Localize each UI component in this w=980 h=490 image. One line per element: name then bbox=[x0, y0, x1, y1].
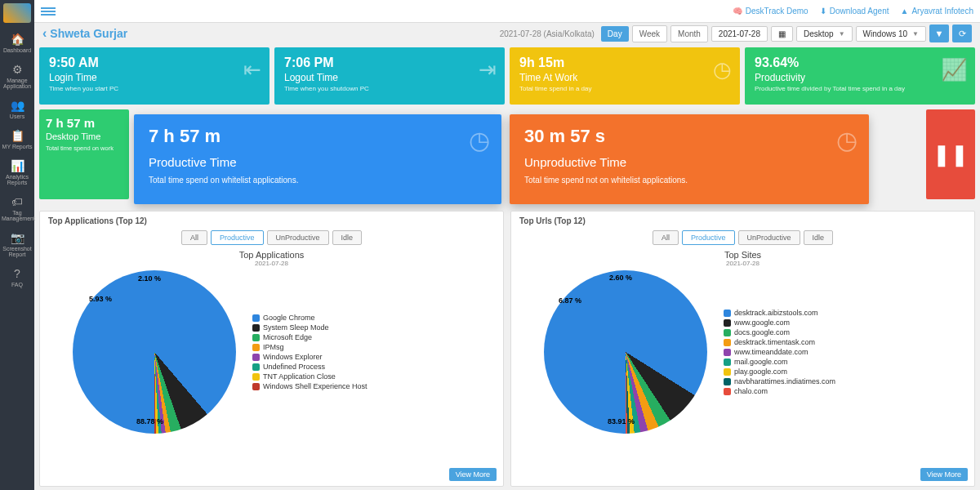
view-day-button[interactable]: Day bbox=[601, 26, 629, 42]
sidebar-item-tag-management[interactable]: 🏷Tag Management bbox=[0, 190, 34, 226]
pie-slice-label: 2.60 % bbox=[609, 274, 632, 282]
legend-item: desktrack.timentask.com bbox=[724, 338, 835, 346]
sidebar-item-faq[interactable]: ?FAQ bbox=[0, 262, 34, 292]
pie-slice-label: 6.87 % bbox=[559, 296, 581, 305]
time-at-work-card: 9h 15m Time At Work Total time spend in … bbox=[510, 47, 740, 105]
back-arrow-icon[interactable]: ‹ bbox=[42, 26, 47, 41]
legend-swatch bbox=[724, 339, 731, 346]
os-select[interactable]: Windows 10▼ bbox=[856, 26, 926, 42]
company-link[interactable]: ▲ Aryavrat Infotech bbox=[901, 7, 974, 16]
legend-label: desktrack.timentask.com bbox=[734, 338, 815, 346]
view-more-button[interactable]: View More bbox=[449, 468, 497, 481]
refresh-button[interactable]: ⟳ bbox=[952, 24, 972, 42]
legend-item: Windows Explorer bbox=[252, 353, 368, 361]
clock-icon: ◷ bbox=[469, 126, 490, 154]
demo-link[interactable]: 🧠 DeskTrack Demo bbox=[733, 7, 808, 16]
legend-swatch bbox=[724, 329, 731, 336]
legend-item: Windows Shell Experience Host bbox=[252, 382, 368, 390]
legend-item: play.google.com bbox=[724, 368, 835, 376]
legend-item: www.timeanddate.com bbox=[724, 348, 835, 356]
legend-swatch bbox=[252, 314, 260, 322]
stat-cards-row2: 7 h 57 m Desktop Time Total time spend o… bbox=[39, 109, 975, 207]
logout-icon: ⇥ bbox=[479, 57, 497, 82]
view-week-button[interactable]: Week bbox=[632, 25, 667, 42]
legend-label: www.timeanddate.com bbox=[734, 348, 808, 356]
legend-item: System Sleep Mode bbox=[252, 323, 368, 332]
hamburger-icon[interactable] bbox=[41, 6, 56, 17]
nav-label: MY Reports bbox=[2, 144, 33, 149]
sidebar-item-manage-application[interactable]: ⚙Manage Application bbox=[0, 58, 34, 94]
filter-idle[interactable]: Idle bbox=[332, 230, 363, 245]
chart-date: 2021-07-28 bbox=[519, 260, 966, 267]
sidebar-item-analytics-reports[interactable]: 📊Analytics Reports bbox=[0, 154, 34, 190]
login-time-card: 9:50 AM Login Time Time when you start P… bbox=[39, 47, 270, 105]
legend-item: Undefined Process bbox=[252, 363, 368, 371]
filter-idle[interactable]: Idle bbox=[804, 230, 834, 245]
productivity-card: 93.64% Productivity Productive time divi… bbox=[745, 47, 975, 105]
unproductive-time-card: 30 m 57 s Unproductive Time Total time s… bbox=[510, 114, 869, 204]
login-time-value: 9:50 AM bbox=[49, 56, 260, 70]
top-applications-panel: Top Applications (Top 12) AllProductiveU… bbox=[39, 211, 504, 487]
nav-label: FAQ bbox=[11, 282, 23, 287]
nav-icon: 📷 bbox=[2, 231, 33, 244]
legend-swatch bbox=[252, 363, 260, 371]
legend-swatch bbox=[724, 349, 731, 356]
legend-swatch bbox=[252, 324, 260, 332]
download-agent-link[interactable]: ⬇ Download Agent bbox=[820, 7, 889, 16]
legend-item: chalo.com bbox=[724, 387, 835, 395]
filter-productive[interactable]: Productive bbox=[211, 230, 264, 245]
chart-title: Top Applications bbox=[48, 250, 495, 260]
breadcrumb[interactable]: ‹ Shweta Gurjar bbox=[42, 26, 127, 41]
toolbar: 2021-07-28 (Asia/Kolkata) Day Week Month… bbox=[500, 24, 972, 42]
filter-all[interactable]: All bbox=[653, 230, 679, 245]
legend-item: docs.google.com bbox=[724, 328, 835, 336]
nav-icon: 👥 bbox=[2, 99, 33, 112]
crumb-bar: ‹ Shweta Gurjar 2021-07-28 (Asia/Kolkata… bbox=[34, 23, 980, 44]
legend-item: navbharattimes.indiatimes.com bbox=[724, 377, 835, 385]
legend-swatch bbox=[252, 383, 260, 390]
date-picker[interactable]: 2021-07-28 bbox=[711, 26, 768, 42]
view-more-button[interactable]: View More bbox=[920, 468, 968, 481]
logo bbox=[3, 3, 31, 23]
nav-label: Analytics Reports bbox=[6, 174, 29, 185]
legend-swatch bbox=[252, 334, 260, 341]
sidebar-item-dashboard[interactable]: 🏠Dashboard bbox=[0, 28, 34, 58]
clock-icon: ◷ bbox=[713, 57, 732, 82]
legend-apps: Google ChromeSystem Sleep ModeMicrosoft … bbox=[252, 312, 368, 392]
time-at-work-value: 9h 15m bbox=[519, 56, 730, 70]
device-select[interactable]: Desktop▼ bbox=[796, 26, 853, 42]
nav-icon: ? bbox=[2, 267, 33, 280]
chevron-down-icon: ▼ bbox=[839, 30, 845, 38]
legend-label: docs.google.com bbox=[734, 328, 790, 336]
legend-label: IPMsg bbox=[263, 343, 284, 351]
legend-item: Google Chrome bbox=[252, 314, 368, 322]
topbar: 🧠 DeskTrack Demo ⬇ Download Agent ▲ Arya… bbox=[34, 0, 980, 23]
sidebar-item-screenshot-report[interactable]: 📷Screenshot Report bbox=[0, 226, 34, 262]
sidebar-item-users[interactable]: 👥Users bbox=[0, 94, 34, 124]
view-month-button[interactable]: Month bbox=[670, 25, 708, 42]
desktop-time-card: 7 h 57 m Desktop Time Total time spend o… bbox=[39, 109, 129, 199]
sidebar-item-my-reports[interactable]: 📋MY Reports bbox=[0, 124, 34, 154]
filter-all[interactable]: All bbox=[181, 230, 207, 245]
legend-label: System Sleep Mode bbox=[263, 323, 329, 332]
panel-heading: Top Applications (Top 12) bbox=[48, 216, 495, 225]
pause-icon: ❚❚ bbox=[933, 142, 969, 167]
filter-unproductive[interactable]: UnProductive bbox=[267, 230, 329, 245]
pie-slice-label: 5.93 % bbox=[89, 295, 112, 303]
legend-label: navbharattimes.indiatimes.com bbox=[734, 377, 835, 385]
timezone-label: 2021-07-28 (Asia/Kolkata) bbox=[500, 29, 595, 38]
nav-label: Manage Application bbox=[3, 78, 31, 89]
productive-time-value: 7 h 57 m bbox=[149, 126, 487, 147]
legend-item: IPMsg bbox=[252, 343, 368, 351]
legend-label: play.google.com bbox=[734, 368, 787, 376]
filter-button[interactable]: ▼ bbox=[929, 24, 949, 42]
legend-item: mail.google.com bbox=[724, 358, 835, 366]
sidebar: 🏠Dashboard⚙Manage Application👥Users📋MY R… bbox=[0, 0, 34, 490]
legend-label: mail.google.com bbox=[734, 358, 788, 366]
chevron-down-icon: ▼ bbox=[912, 30, 919, 38]
legend-item: www.google.com bbox=[724, 318, 835, 327]
calendar-button[interactable]: ▦ bbox=[771, 26, 793, 42]
filter-productive[interactable]: Productive bbox=[682, 230, 735, 245]
panels: Top Applications (Top 12) AllProductiveU… bbox=[39, 211, 975, 487]
filter-unproductive[interactable]: UnProductive bbox=[738, 230, 800, 245]
